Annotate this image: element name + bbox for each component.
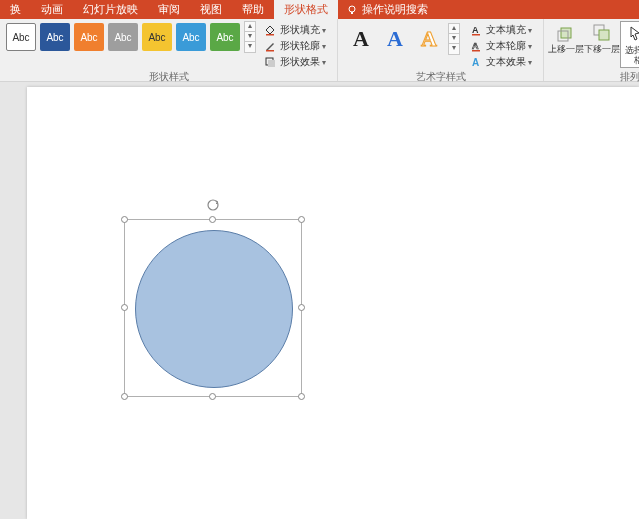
wordart-style-2[interactable]: A: [380, 24, 410, 54]
resize-handle-t[interactable]: [209, 216, 216, 223]
shape-style-gallery-expand[interactable]: ▴ ▾ ▾: [244, 21, 256, 53]
svg-point-0: [349, 6, 355, 12]
resize-handle-tr[interactable]: [298, 216, 305, 223]
slide-canvas[interactable]: [27, 87, 639, 519]
tab-slideshow[interactable]: 幻灯片放映: [73, 0, 148, 19]
group-wordart-styles: A A A ▴ ▾ ▾ A 文本填充 ▾ A 文本轮廓 ▾: [338, 19, 544, 81]
shape-fill-button[interactable]: 形状填充 ▾: [260, 22, 329, 38]
shape-style-3[interactable]: Abc: [74, 23, 104, 51]
shape-style-gallery: Abc Abc Abc Abc Abc Abc Abc ▴ ▾ ▾: [4, 21, 256, 53]
resize-handle-br[interactable]: [298, 393, 305, 400]
shape-style-7[interactable]: Abc: [210, 23, 240, 51]
shape-style-4[interactable]: Abc: [108, 23, 138, 51]
resize-handle-r[interactable]: [298, 304, 305, 311]
tab-help[interactable]: 帮助: [232, 0, 274, 19]
expand-icon: ▾: [449, 44, 459, 54]
pen-icon: [263, 40, 277, 52]
circle-shape[interactable]: [135, 230, 293, 388]
tell-me-label: 操作说明搜索: [362, 2, 428, 17]
ribbon: Abc Abc Abc Abc Abc Abc Abc ▴ ▾ ▾ 形状填充 ▾: [0, 19, 639, 82]
text-outline-label: 文本轮廓: [486, 39, 526, 53]
chevron-down-icon: ▾: [528, 58, 532, 67]
resize-handle-bl[interactable]: [121, 393, 128, 400]
selection-pane-icon: [628, 24, 639, 44]
text-outline-button[interactable]: A 文本轮廓 ▾: [466, 38, 535, 54]
svg-rect-5: [268, 60, 275, 67]
text-fill-icon: A: [469, 24, 483, 36]
shape-style-1[interactable]: Abc: [6, 23, 36, 51]
shape-effects-label: 形状效果: [280, 55, 320, 69]
svg-text:A: A: [472, 41, 479, 51]
selection-box[interactable]: [124, 219, 302, 397]
chevron-down-icon: ▾: [322, 26, 326, 35]
ribbon-tab-bar: 换 动画 幻灯片放映 审阅 视图 帮助 形状格式 操作说明搜索: [0, 0, 639, 19]
wordart-gallery-expand[interactable]: ▴ ▾ ▾: [448, 23, 460, 55]
tell-me-search[interactable]: 操作说明搜索: [338, 2, 436, 17]
shape-style-5[interactable]: Abc: [142, 23, 172, 51]
bucket-icon: [263, 24, 277, 36]
svg-rect-9: [472, 50, 480, 52]
wordart-style-3[interactable]: A: [414, 24, 444, 54]
tab-shape-format[interactable]: 形状格式: [274, 0, 338, 19]
group-arrange: 上移一层 下移一层 选择窗格 对齐 ▾ 组合 ▾: [544, 19, 639, 81]
shape-style-2[interactable]: Abc: [40, 23, 70, 51]
shape-fill-label: 形状填充: [280, 23, 320, 37]
bring-forward-label: 上移一层: [548, 44, 584, 54]
text-effects-button[interactable]: A 文本效果 ▾: [466, 54, 535, 70]
chevron-down-icon: ▾: [322, 58, 326, 67]
tab-animation[interactable]: 动画: [31, 0, 73, 19]
send-backward-label: 下移一层: [584, 44, 620, 54]
svg-rect-14: [599, 30, 609, 40]
shape-effects-button[interactable]: 形状效果 ▾: [260, 54, 329, 70]
expand-icon: ▾: [245, 42, 255, 52]
effects-icon: [263, 56, 277, 68]
selection-pane-button[interactable]: 选择窗格: [620, 21, 639, 68]
resize-handle-l[interactable]: [121, 304, 128, 311]
selection-pane-label: 选择窗格: [621, 45, 639, 65]
svg-rect-7: [472, 34, 480, 36]
group-shape-styles: Abc Abc Abc Abc Abc Abc Abc ▴ ▾ ▾ 形状填充 ▾: [0, 19, 338, 81]
text-outline-icon: A: [469, 40, 483, 52]
send-backward-icon: [592, 23, 612, 43]
wordart-style-gallery: A A A ▴ ▾ ▾: [342, 21, 462, 57]
svg-rect-11: [561, 28, 571, 38]
tab-review[interactable]: 审阅: [148, 0, 190, 19]
send-backward-button[interactable]: 下移一层: [584, 21, 620, 56]
tab-partial[interactable]: 换: [0, 0, 31, 19]
svg-rect-2: [266, 34, 274, 36]
bring-forward-button[interactable]: 上移一层: [548, 21, 584, 56]
shape-outline-button[interactable]: 形状轮廓 ▾: [260, 38, 329, 54]
svg-rect-1: [351, 12, 353, 14]
rotate-handle[interactable]: [206, 198, 220, 212]
chevron-down-icon: ▾: [322, 42, 326, 51]
workspace: [0, 82, 639, 519]
chevron-down-icon: ▾: [528, 42, 532, 51]
resize-handle-tl[interactable]: [121, 216, 128, 223]
text-effects-icon: A: [469, 56, 483, 68]
text-fill-button[interactable]: A 文本填充 ▾: [466, 22, 535, 38]
text-fill-label: 文本填充: [486, 23, 526, 37]
bulb-icon: [346, 4, 358, 16]
svg-rect-3: [266, 50, 274, 52]
wordart-style-1[interactable]: A: [346, 24, 376, 54]
tab-view[interactable]: 视图: [190, 0, 232, 19]
shape-style-6[interactable]: Abc: [176, 23, 206, 51]
bring-forward-icon: [556, 23, 576, 43]
resize-handle-b[interactable]: [209, 393, 216, 400]
text-effects-label: 文本效果: [486, 55, 526, 69]
svg-text:A: A: [472, 25, 479, 35]
chevron-down-icon: ▾: [528, 26, 532, 35]
shape-outline-label: 形状轮廓: [280, 39, 320, 53]
svg-text:A: A: [472, 57, 479, 68]
